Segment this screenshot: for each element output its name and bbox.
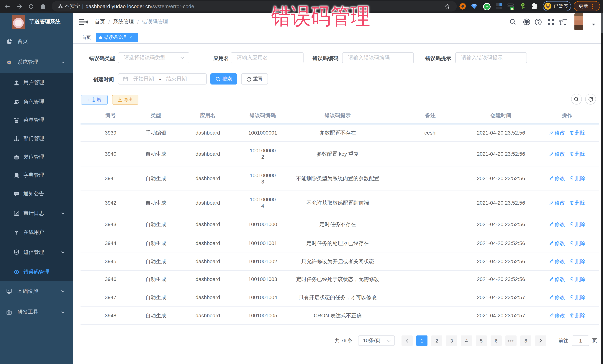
- svg-text:on: on: [510, 7, 514, 10]
